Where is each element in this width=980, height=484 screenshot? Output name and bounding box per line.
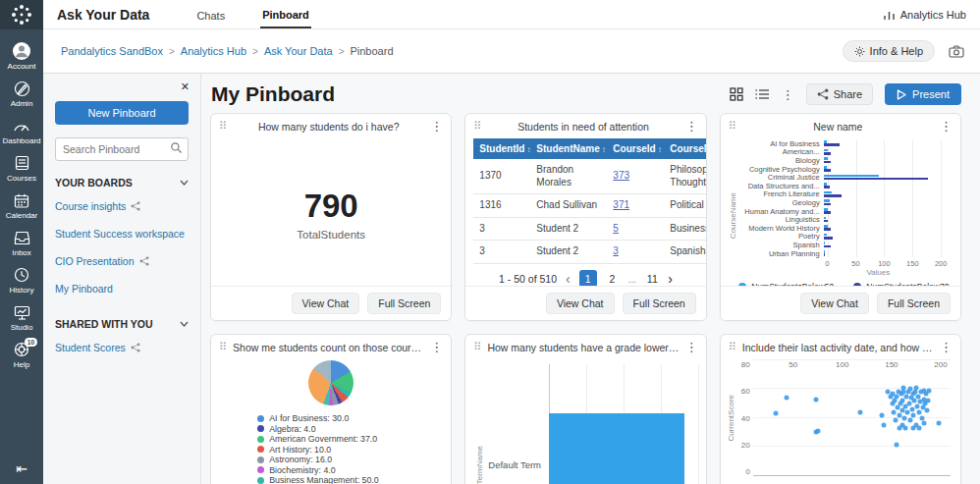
page-button-11[interactable]: 11 <box>645 273 659 285</box>
pie-legend-item[interactable]: Business Management: 50.0 <box>257 475 405 484</box>
y-axis-label: CourseName <box>729 192 737 239</box>
page-button-2[interactable]: 2 <box>606 273 620 285</box>
breadcrumb-item[interactable]: Analytics Hub <box>181 45 246 57</box>
search-pinboard-input[interactable] <box>55 137 189 161</box>
drag-handle-icon[interactable]: ⠿ <box>219 342 227 352</box>
sidebar-item-admin[interactable]: Admin <box>0 77 43 112</box>
sidebar-item-history[interactable]: History <box>0 263 43 298</box>
previous-page-icon[interactable]: ‹ <box>566 272 571 286</box>
sidebar-item-help[interactable]: Help10 <box>0 338 43 373</box>
card-menu-icon[interactable]: ⋮ <box>685 341 698 353</box>
course-id-link[interactable]: 373 <box>613 170 629 181</box>
share-button[interactable]: Share <box>806 83 873 105</box>
breadcrumb-item[interactable]: Pandalytics SandBox <box>61 45 163 57</box>
card-menu-icon[interactable]: ⋮ <box>430 120 443 133</box>
more-options-icon[interactable]: ⋮ <box>782 88 794 101</box>
pie-legend-item[interactable]: AI for Business: 30.0 <box>257 413 405 424</box>
info-help-button[interactable]: Info & Help <box>843 40 935 62</box>
board-item[interactable]: CIO Presentation <box>55 247 189 275</box>
grid-view-icon <box>730 87 743 101</box>
present-button[interactable]: Present <box>885 83 961 105</box>
view-chat-button[interactable]: View Chat <box>292 293 360 314</box>
sidebar-collapse-button[interactable]: ⇤ <box>0 460 43 476</box>
drag-handle-icon[interactable]: ⠿ <box>473 342 481 352</box>
pie-legend-item[interactable]: American Government: 37.0 <box>257 434 405 445</box>
close-icon[interactable]: ✕ <box>181 81 190 93</box>
legend-dot <box>257 457 264 463</box>
app-root: AccountAdminDashboardCoursesCalendarInbo… <box>0 0 980 484</box>
legend-label: Art History: 10.0 <box>269 445 331 455</box>
grid-view-button[interactable] <box>730 87 743 101</box>
card-menu-icon[interactable]: ⋮ <box>685 120 698 133</box>
pie-legend-item[interactable]: Biochemistry: 4.0 <box>257 465 405 476</box>
card-last-activity-scatter: ⠿ Include their last activity date, and … <box>720 334 961 484</box>
board-item[interactable]: My Pinboard <box>55 275 189 302</box>
bar-group <box>824 224 947 233</box>
breadcrumb-item[interactable]: Ask Your Data <box>264 45 333 57</box>
card-menu-icon[interactable]: ⋮ <box>430 341 443 353</box>
bar-group <box>824 198 947 207</box>
column-header-studentname[interactable]: StudentName↕ <box>530 138 607 159</box>
legend-dot <box>257 425 264 432</box>
course-id-link[interactable]: 3 <box>613 245 619 256</box>
your-boards-header[interactable]: YOUR BOARDS <box>55 177 189 188</box>
y-tick-label: 40 <box>735 414 750 423</box>
present-label: Present <box>912 88 950 100</box>
sidebar-item-calendar[interactable]: Calendar <box>0 188 43 224</box>
sidebar-item-inbox[interactable]: Inbox <box>0 226 43 261</box>
shared-with-you-header[interactable]: SHARED WITH YOU <box>55 318 189 330</box>
play-icon <box>897 89 906 100</box>
cell-courseid: 3 <box>607 241 664 264</box>
sort-icon: ↕ <box>526 145 530 154</box>
sidebar-item-dashboard[interactable]: Dashboard <box>0 114 43 149</box>
list-view-button[interactable] <box>755 88 770 100</box>
x-tick-label: 50 <box>851 259 859 268</box>
column-header-courseid[interactable]: CourseId↕ <box>607 138 664 159</box>
pinboard-header: My Pinboard <box>201 74 980 110</box>
app-title: Ask Your Data <box>57 7 149 23</box>
page-button-1[interactable]: 1 <box>579 270 597 288</box>
sidebar-item-courses[interactable]: Courses <box>0 151 43 187</box>
sidebar-item-studio[interactable]: Studio <box>0 300 43 336</box>
view-chat-button[interactable]: View Chat <box>800 293 869 314</box>
screenshot-button[interactable] <box>949 45 964 58</box>
full-screen-button[interactable]: Full Screen <box>367 293 441 314</box>
drag-handle-icon[interactable]: ⠿ <box>729 121 736 132</box>
course-id-link[interactable]: 371 <box>613 199 629 210</box>
next-page-icon[interactable]: › <box>668 272 673 286</box>
card-menu-icon[interactable]: ⋮ <box>940 120 953 133</box>
view-chat-button[interactable]: View Chat <box>546 293 615 314</box>
bar-row: AI for Business <box>737 139 951 148</box>
bar-group <box>824 215 947 224</box>
sidebar-item-label: Help <box>14 360 29 369</box>
column-header-studentid[interactable]: StudentId↕ <box>473 138 530 159</box>
tab-pinboard[interactable]: Pinboard <box>260 1 311 28</box>
drag-handle-icon[interactable]: ⠿ <box>729 342 736 352</box>
new-pinboard-button[interactable]: New Pinboard <box>55 101 189 125</box>
card-menu-icon[interactable]: ⋮ <box>940 341 953 353</box>
course-id-link[interactable]: 5 <box>613 223 619 234</box>
column-header-coursename[interactable]: CourseName↕ <box>664 138 705 159</box>
pie-legend-item[interactable]: Algebra: 4.0 <box>257 424 405 435</box>
full-screen-button[interactable]: Full Screen <box>623 293 696 314</box>
canvas-logo[interactable] <box>0 0 43 29</box>
board-item[interactable]: Student Success workspace <box>55 220 189 247</box>
data-point <box>897 412 901 417</box>
drag-handle-icon[interactable]: ⠿ <box>219 121 227 132</box>
board-item[interactable]: Course insights <box>55 192 189 220</box>
y-axis-label: CurrentScore <box>727 395 735 442</box>
sidebar-item-account[interactable]: Account <box>0 39 43 75</box>
analytics-hub-link[interactable]: Analytics Hub <box>883 9 966 21</box>
drag-handle-icon[interactable]: ⠿ <box>473 121 481 132</box>
term-bar <box>549 413 684 484</box>
bar-NumStudentsBelow50 <box>824 225 829 228</box>
full-screen-button[interactable]: Full Screen <box>877 293 951 314</box>
tab-chats[interactable]: Chats <box>194 2 227 27</box>
legend-dot <box>257 436 264 443</box>
pie-legend-item[interactable]: Astronomy: 16.0 <box>257 455 405 465</box>
data-point <box>882 422 887 427</box>
pie-legend-item[interactable]: Art History: 10.0 <box>257 445 405 456</box>
bar-row: Criminal Justice <box>737 173 951 182</box>
card-title: How many students have a grade lower tha… <box>481 342 684 353</box>
board-item[interactable]: Student Scores <box>55 334 189 361</box>
